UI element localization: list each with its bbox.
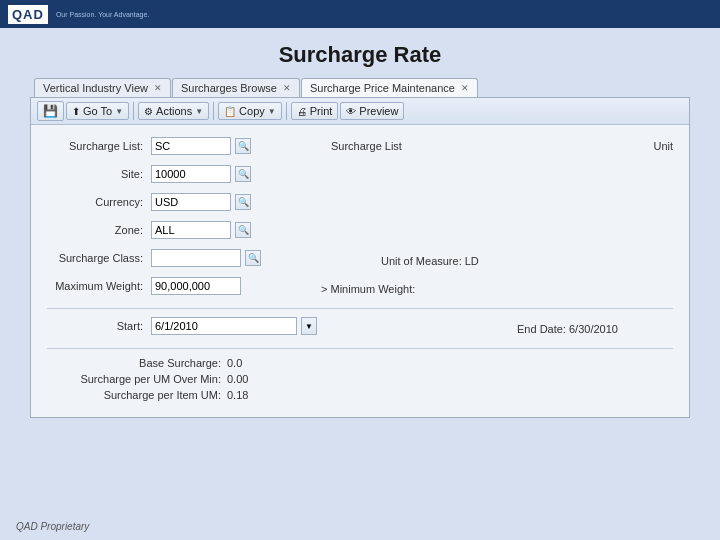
zone-input[interactable] <box>151 221 231 239</box>
actions-label: Actions <box>156 105 192 117</box>
tab-surcharge-price-close[interactable]: ✕ <box>461 83 469 93</box>
form-separator-2 <box>47 348 673 349</box>
actions-dropdown-icon: ▼ <box>195 107 203 116</box>
tab-bar: Vertical Industry View ✕ Surcharges Brow… <box>30 78 690 97</box>
goto-icon: ⬆ <box>72 106 80 117</box>
start-label: Start: <box>107 320 147 332</box>
site-label: Site: <box>47 168 147 180</box>
preview-button[interactable]: 👁 Preview <box>340 102 404 120</box>
top-bar: QAD Our Passion. Your Advantage. <box>0 0 720 28</box>
zone-lookup[interactable]: 🔍 <box>235 222 251 238</box>
surcharge-per-um-value: 0.00 <box>227 373 287 385</box>
logo-tagline: Our Passion. Your Advantage. <box>56 11 149 18</box>
zone-label: Zone: <box>47 224 147 236</box>
page-title: Surcharge Rate <box>0 42 720 68</box>
form-panel: 💾 ⬆ Go To ▼ ⚙ Actions ▼ 📋 Copy ▼ 🖨 <box>30 97 690 418</box>
save-icon: 💾 <box>43 104 58 118</box>
surcharge-list-right-row: Surcharge List <box>331 140 402 152</box>
tab-vertical-industry-close[interactable]: ✕ <box>154 83 162 93</box>
footer: QAD Proprietary <box>16 521 89 532</box>
base-surcharge-label: Base Surcharge: <box>47 357 227 369</box>
surcharge-class-label: Surcharge Class: <box>47 252 147 264</box>
max-weight-input[interactable] <box>151 277 241 295</box>
goto-dropdown-icon: ▼ <box>115 107 123 116</box>
site-input[interactable] <box>151 165 231 183</box>
start-date-input[interactable] <box>151 317 297 335</box>
surcharge-class-lookup[interactable]: 🔍 <box>245 250 261 266</box>
max-weight-label: Maximum Weight: <box>47 280 147 292</box>
main-content: Vertical Industry View ✕ Surcharges Brow… <box>0 78 720 418</box>
goto-label: Go To <box>83 105 112 117</box>
tab-vertical-industry[interactable]: Vertical Industry View ✕ <box>34 78 171 97</box>
preview-label: Preview <box>359 105 398 117</box>
currency-row: Currency: 🔍 <box>47 193 251 211</box>
surcharge-list-input[interactable] <box>151 137 231 155</box>
surcharge-list-row: Surcharge List: 🔍 <box>47 137 251 155</box>
logo-area: QAD Our Passion. Your Advantage. <box>8 5 149 24</box>
surcharge-per-um-row: Surcharge per UM Over Min: 0.00 <box>47 373 673 385</box>
preview-icon: 👁 <box>346 106 356 117</box>
surcharge-class-row: Surcharge Class: 🔍 <box>47 249 261 267</box>
tab-surcharges-browse-label: Surcharges Browse <box>181 82 277 94</box>
numeric-section: Base Surcharge: 0.0 Surcharge per UM Ove… <box>47 357 673 401</box>
min-weight-label: > Minimum Weight: <box>321 283 415 295</box>
toolbar: 💾 ⬆ Go To ▼ ⚙ Actions ▼ 📋 Copy ▼ 🖨 <box>31 98 689 125</box>
surcharge-per-item-row: Surcharge per Item UM: 0.18 <box>47 389 673 401</box>
base-surcharge-value: 0.0 <box>227 357 287 369</box>
base-surcharge-row: Base Surcharge: 0.0 <box>47 357 673 369</box>
site-lookup[interactable]: 🔍 <box>235 166 251 182</box>
goto-button[interactable]: ⬆ Go To ▼ <box>66 102 129 120</box>
unit-right-label: Unit <box>653 140 673 152</box>
surcharge-list-right-label: Surcharge List <box>331 140 402 152</box>
print-label: Print <box>310 105 333 117</box>
copy-dropdown-icon: ▼ <box>268 107 276 116</box>
surcharge-per-item-value: 0.18 <box>227 389 287 401</box>
end-date-label: End Date: 6/30/2010 <box>517 323 618 335</box>
tab-surcharge-price-label: Surcharge Price Maintenance <box>310 82 455 94</box>
actions-icon: ⚙ <box>144 106 153 117</box>
tab-surcharges-browse-close[interactable]: ✕ <box>283 83 291 93</box>
save-button[interactable]: 💾 <box>37 101 64 121</box>
form-separator-1 <box>47 308 673 309</box>
form-body: Surcharge List: 🔍 Surcharge List Unit Si… <box>31 125 689 417</box>
currency-label: Currency: <box>47 196 147 208</box>
qad-logo: QAD <box>12 7 44 22</box>
page-title-area: Surcharge Rate <box>0 28 720 78</box>
toolbar-separator-1 <box>133 102 134 120</box>
copy-label: Copy <box>239 105 265 117</box>
toolbar-separator-3 <box>286 102 287 120</box>
surcharge-per-um-label: Surcharge per UM Over Min: <box>47 373 227 385</box>
currency-input[interactable] <box>151 193 231 211</box>
max-weight-row: Maximum Weight: <box>47 277 241 295</box>
copy-icon: 📋 <box>224 106 236 117</box>
start-date-dropdown[interactable]: ▼ <box>301 317 317 335</box>
unit-right-row: Unit <box>653 140 673 152</box>
tab-vertical-industry-label: Vertical Industry View <box>43 82 148 94</box>
toolbar-separator-2 <box>213 102 214 120</box>
site-row: Site: 🔍 <box>47 165 251 183</box>
print-button[interactable]: 🖨 Print <box>291 102 339 120</box>
footer-text: QAD Proprietary <box>16 521 89 532</box>
tab-surcharge-price[interactable]: Surcharge Price Maintenance ✕ <box>301 78 478 97</box>
actions-button[interactable]: ⚙ Actions ▼ <box>138 102 209 120</box>
surcharge-list-label: Surcharge List: <box>47 140 147 152</box>
surcharge-list-lookup[interactable]: 🔍 <box>235 138 251 154</box>
print-icon: 🖨 <box>297 106 307 117</box>
copy-button[interactable]: 📋 Copy ▼ <box>218 102 282 120</box>
logo-box: QAD <box>8 5 48 24</box>
currency-lookup[interactable]: 🔍 <box>235 194 251 210</box>
tab-surcharges-browse[interactable]: Surcharges Browse ✕ <box>172 78 300 97</box>
surcharge-class-input[interactable] <box>151 249 241 267</box>
start-row: Start: ▼ <box>107 317 317 335</box>
unit-of-measure-label: Unit of Measure: LD <box>381 255 479 267</box>
surcharge-per-item-label: Surcharge per Item UM: <box>47 389 227 401</box>
zone-row: Zone: 🔍 <box>47 221 251 239</box>
